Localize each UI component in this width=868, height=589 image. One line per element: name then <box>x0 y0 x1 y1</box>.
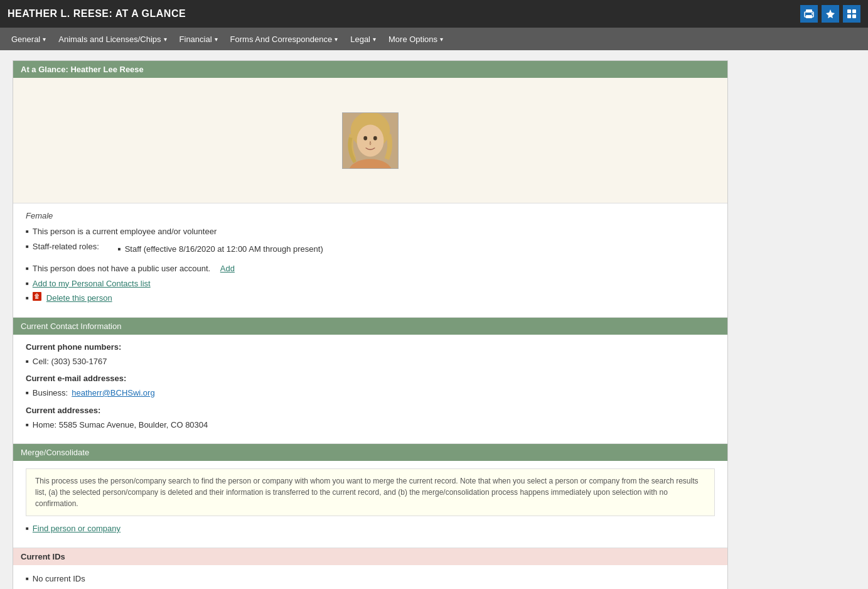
print-button[interactable] <box>800 5 818 23</box>
grid-button[interactable] <box>843 5 860 23</box>
email-list: Business: heatherr@BCHSwi.org <box>26 387 715 399</box>
person-card: At a Glance: Heather Lee Reese <box>13 60 728 589</box>
delete-person-item: 🗑 Delete this person <box>26 292 715 305</box>
find-person-link[interactable]: Find person or company <box>33 522 121 535</box>
svg-point-12 <box>373 136 377 140</box>
nav-legal[interactable]: Legal ▾ <box>344 31 382 48</box>
add-public-account-link[interactable]: Add <box>220 262 235 275</box>
find-person-item: Find person or company <box>26 522 715 535</box>
chevron-down-icon: ▾ <box>164 36 167 43</box>
staff-role-item: Staff (effective 8/16/2020 at 12:00 AM t… <box>118 243 323 256</box>
pin-button[interactable] <box>822 5 839 23</box>
main-content: At a Glance: Heather Lee Reese <box>0 50 868 589</box>
merge-notice: This process uses the person/company sea… <box>26 468 715 516</box>
person-full-name: Heather Lee Reese <box>70 65 143 74</box>
nav-bar: General ▾ Animals and Licenses/Chips ▾ F… <box>0 28 868 50</box>
person-facts-list: This person is a current employee and/or… <box>26 225 715 257</box>
staff-roles-fact: Staff-related roles: Staff (effective 8/… <box>26 240 715 258</box>
person-photo <box>342 112 399 169</box>
ids-section: No current IDs <box>13 565 727 590</box>
chevron-down-icon: ▾ <box>373 36 376 43</box>
phone-label: Current phone numbers: <box>26 342 715 352</box>
merge-links-list: Find person or company <box>26 522 715 535</box>
phone-list: Cell: (303) 530-1767 <box>26 355 715 368</box>
nav-forms[interactable]: Forms And Correspondence ▾ <box>224 31 345 48</box>
svg-rect-5 <box>852 9 856 13</box>
person-avatar-svg <box>343 112 398 169</box>
photo-area <box>13 78 727 203</box>
merge-section: This process uses the person/company sea… <box>13 461 727 548</box>
gender-label: Female <box>26 211 715 220</box>
address-item: Home: 5585 Sumac Avenue, Boulder, CO 803… <box>26 419 715 431</box>
employee-volunteer-fact: This person is a current employee and/or… <box>26 225 715 238</box>
contact-info-header: Current Contact Information <box>13 318 727 335</box>
chevron-down-icon: ▾ <box>43 36 46 43</box>
top-bar-actions <box>800 5 860 23</box>
email-label: Current e-mail addresses: <box>26 374 715 383</box>
contact-section: Current phone numbers: Cell: (303) 530-1… <box>13 335 727 445</box>
chevron-down-icon: ▾ <box>440 36 443 43</box>
delete-icon: 🗑 <box>33 292 41 301</box>
svg-rect-7 <box>852 14 856 18</box>
add-contacts-link[interactable]: Add to my Personal Contacts list <box>33 278 151 290</box>
chevron-down-icon: ▾ <box>215 36 218 43</box>
merge-header: Merge/Consolidate <box>13 444 727 461</box>
nav-animals[interactable]: Animals and Licenses/Chips ▾ <box>52 31 173 48</box>
svg-rect-2 <box>806 15 812 18</box>
address-list: Home: 5585 Sumac Avenue, Boulder, CO 803… <box>26 419 715 431</box>
page-title: HEATHER L. REESE: AT A GLANCE <box>8 8 186 19</box>
ids-list: No current IDs <box>26 573 715 585</box>
phone-item: Cell: (303) 530-1767 <box>26 355 715 368</box>
staff-roles-sub: Staff (effective 8/16/2020 at 12:00 AM t… <box>103 243 323 258</box>
at-a-glance-header: At a Glance: Heather Lee Reese <box>13 61 727 78</box>
nav-general[interactable]: General ▾ <box>5 31 52 48</box>
current-ids-header: Current IDs <box>13 548 727 565</box>
svg-rect-4 <box>847 9 851 13</box>
person-info-section: Female This person is a current employee… <box>13 203 727 318</box>
email-item: Business: heatherr@BCHSwi.org <box>26 387 715 399</box>
no-public-account: This person does not have a public user … <box>26 262 715 275</box>
add-contacts-item: Add to my Personal Contacts list <box>26 278 715 290</box>
email-link[interactable]: heatherr@BCHSwi.org <box>72 387 154 399</box>
no-ids-item: No current IDs <box>26 573 715 585</box>
top-bar: HEATHER L. REESE: AT A GLANCE <box>0 0 868 28</box>
chevron-down-icon: ▾ <box>335 36 338 43</box>
nav-financial[interactable]: Financial ▾ <box>173 31 224 48</box>
nav-more[interactable]: More Options ▾ <box>382 31 449 48</box>
page-wrapper: At a Glance: Heather Lee Reese <box>0 50 868 589</box>
account-links-list: This person does not have a public user … <box>26 262 715 305</box>
delete-person-link[interactable]: Delete this person <box>46 292 112 305</box>
svg-rect-6 <box>847 14 851 18</box>
svg-point-11 <box>363 136 367 140</box>
svg-point-10 <box>356 124 383 156</box>
svg-rect-3 <box>812 13 813 14</box>
address-label: Current addresses: <box>26 406 715 415</box>
